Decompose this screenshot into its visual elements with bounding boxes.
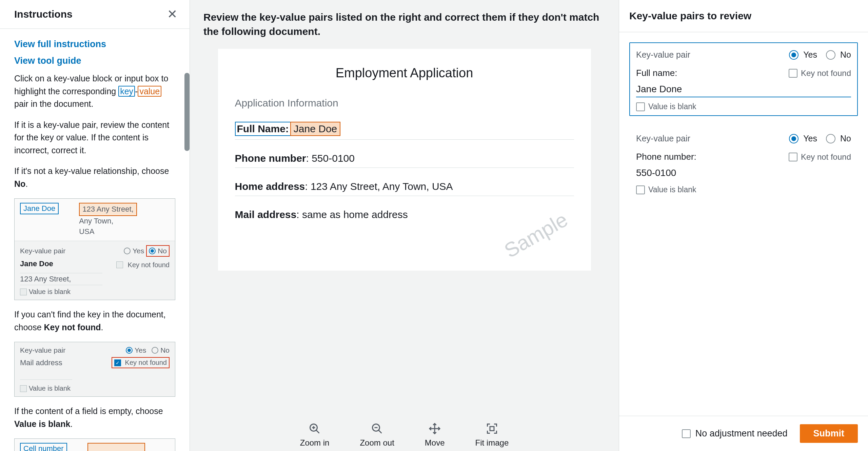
close-button[interactable]: ✕ [167, 8, 177, 20]
submit-button[interactable]: Submit [800, 424, 858, 443]
instructions-title: Instructions [14, 8, 73, 20]
example-key-box: Jane Doe [20, 203, 59, 214]
example-box-1: Jane Doe 123 Any Street, Any Town, USA K… [14, 198, 175, 300]
instruction-paragraph-4: If you can't find the key in the documen… [14, 308, 175, 334]
kv2-knf-checkbox[interactable] [789, 153, 797, 161]
svg-line-5 [379, 430, 382, 433]
kv1-key-name: Full name: [636, 68, 677, 78]
zoom-out-button[interactable]: Zoom out [360, 423, 394, 448]
fit-image-icon [486, 423, 498, 435]
example2-radio-no [152, 347, 158, 354]
document-section-title: Application Information [235, 97, 574, 109]
example2-kvpair-label: Key-value pair [20, 346, 65, 354]
review-heading: Review the key-value pairs listed on the… [190, 0, 619, 49]
kv-list: Key-value pair Yes No Full name: Key not… [619, 32, 868, 416]
example-value-block: 123 Any Street, Any Town, USA [79, 203, 137, 237]
example2-blank-checkbox [20, 385, 27, 392]
kv1-radio-yes[interactable] [789, 50, 798, 60]
kv1-radio-no[interactable] [826, 50, 835, 60]
close-icon: ✕ [167, 7, 177, 21]
example-field-label: Jane Doe [20, 259, 53, 268]
instruction-paragraph-3: If it's not a key-value relationship, ch… [14, 165, 175, 190]
document-area: Employment Application Application Infor… [190, 49, 619, 412]
example-box-2: Key-value pair Yes No Mail address ✓ [14, 342, 175, 397]
example-field-value: 123 Any Street, [20, 273, 102, 285]
document-title: Employment Application [235, 66, 574, 80]
kv-pair-label: Key-value pair [636, 134, 690, 143]
example2-radio-yes [126, 347, 133, 354]
example2-empty-value [20, 371, 72, 380]
zoom-out-icon [371, 423, 383, 435]
example-box-3: Cell number [14, 438, 175, 451]
instructions-panel: Instructions ✕ View full instructions Vi… [0, 0, 190, 451]
view-tool-guide-link[interactable]: View tool guide [14, 56, 175, 66]
zoom-in-button[interactable]: Zoom in [300, 423, 330, 448]
move-button[interactable]: Move [425, 423, 445, 448]
review-footer: No adjustment needed Submit [619, 416, 868, 451]
instructions-header: Instructions ✕ [0, 0, 190, 29]
instruction-paragraph-5: If the content of a field is empty, choo… [14, 405, 175, 430]
kv1-value-input[interactable] [636, 82, 851, 97]
instruction-paragraph-1: Click on a key-value block or input box … [14, 72, 175, 111]
example2-knf-highlight: ✓ Key not found [112, 357, 170, 368]
doc-field-home-address[interactable]: Home address: 123 Any Street, Any Town, … [235, 181, 574, 196]
example3-value-box [87, 443, 145, 451]
example3-key-box: Cell number [20, 443, 67, 451]
view-full-instructions-link[interactable]: View full instructions [14, 39, 175, 50]
value-tag: value [138, 86, 161, 97]
example-value-box: 123 Any Street, [79, 203, 137, 216]
no-adjustment-label: No adjustment needed [695, 428, 788, 439]
example2-field-label: Mail address [20, 358, 62, 367]
example-radio-yes [124, 248, 131, 254]
kv2-value-input[interactable] [636, 165, 851, 180]
kv2-blank-checkbox[interactable] [636, 185, 645, 194]
svg-rect-9 [490, 427, 494, 431]
kv2-radio-no[interactable] [826, 134, 835, 143]
fit-image-button[interactable]: Fit image [475, 423, 509, 448]
document-toolbar: Zoom in Zoom out Move Fit image [190, 412, 619, 451]
instruction-paragraph-2: If it is a key-value pair, review the co… [14, 119, 175, 157]
scrollbar-thumb[interactable] [184, 73, 190, 151]
document-panel: Review the key-value pairs listed on the… [190, 0, 619, 451]
kv1-knf-checkbox[interactable] [789, 69, 797, 78]
kv-review-title: Key-value pairs to review [619, 0, 868, 32]
example-no-highlight: No [146, 245, 170, 257]
example2-knf-checkbox: ✓ [114, 359, 121, 366]
zoom-in-icon [309, 423, 321, 435]
example-kvpair-label: Key-value pair [20, 247, 65, 255]
kv2-radio-yes[interactable] [789, 134, 798, 143]
kv-pair-label: Key-value pair [636, 50, 690, 60]
key-tag: key [118, 86, 135, 97]
doc-field-phone[interactable]: Phone number: 550-0100 [235, 153, 574, 168]
document: Employment Application Application Infor… [218, 49, 591, 271]
no-adjustment-checkbox[interactable] [682, 429, 691, 438]
example-blank-checkbox [20, 289, 27, 295]
example-knf-checkbox [116, 261, 123, 268]
move-icon [429, 423, 441, 435]
example-radio-no [149, 248, 156, 254]
instructions-body: View full instructions View tool guide C… [0, 29, 190, 451]
svg-line-1 [316, 430, 319, 433]
kv1-blank-checkbox[interactable] [636, 102, 645, 111]
kv2-key-name: Phone number: [636, 152, 696, 162]
doc-field-mail-address[interactable]: Mail address: same as home address [235, 209, 574, 224]
doc-field-fullname[interactable]: Full Name:Jane Doe [235, 122, 574, 140]
kv-card-phone[interactable]: Key-value pair Yes No Phone number: Key … [629, 126, 858, 199]
kv-review-panel: Key-value pairs to review Key-value pair… [619, 0, 868, 451]
kv-card-fullname[interactable]: Key-value pair Yes No Full name: Key not… [629, 42, 858, 116]
